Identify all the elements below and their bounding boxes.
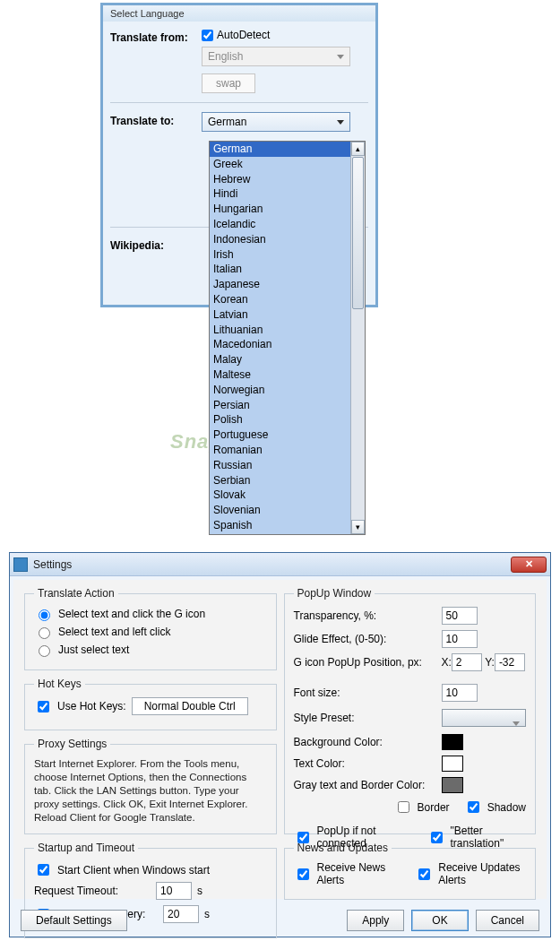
- language-option[interactable]: Hebrew: [210, 172, 350, 187]
- style-preset-select[interactable]: [442, 709, 527, 727]
- close-icon: ✕: [525, 558, 533, 570]
- apply-button[interactable]: Apply: [347, 910, 404, 931]
- scroll-thumb[interactable]: [352, 157, 364, 309]
- font-size-label: Font size:: [294, 687, 442, 699]
- language-option[interactable]: German: [210, 142, 350, 157]
- translate-from-label: Translate from:: [110, 29, 202, 44]
- ok-button[interactable]: OK: [411, 910, 468, 931]
- chevron-down-icon: [337, 120, 344, 125]
- news-updates-legend: News and Updates: [294, 842, 392, 854]
- language-option[interactable]: Irish: [210, 247, 350, 263]
- receive-news-alerts[interactable]: Receive News Alerts: [294, 861, 394, 886]
- language-option[interactable]: Russian: [210, 458, 350, 473]
- bg-color-label: Background Color:: [294, 736, 442, 748]
- language-option[interactable]: Japanese: [210, 277, 350, 292]
- proxy-text: Start Internet Explorer. From the Tools …: [34, 757, 267, 825]
- style-preset-label: Style Preset:: [294, 712, 442, 724]
- language-option[interactable]: Icelandic: [210, 217, 350, 232]
- border-checkbox[interactable]: Border: [394, 799, 450, 816]
- language-option[interactable]: Romanian: [210, 443, 350, 458]
- language-option[interactable]: Korean: [210, 292, 350, 307]
- transparency-label: Transparency, %:: [294, 609, 442, 622]
- use-hotkeys-label: Use Hot Keys:: [57, 700, 126, 712]
- language-option[interactable]: Polish: [210, 412, 350, 428]
- default-settings-button[interactable]: Default Settings: [21, 910, 127, 931]
- language-option[interactable]: Slovak: [210, 488, 350, 503]
- language-option[interactable]: Norwegian: [210, 383, 350, 398]
- scrollbar[interactable]: ▴ ▾: [350, 142, 365, 534]
- swap-button[interactable]: swap: [202, 73, 255, 93]
- translate-action-opt1[interactable]: Select text and click the G icon: [34, 607, 267, 621]
- proxy-group: Proxy Settings Start Internet Explorer. …: [24, 738, 277, 834]
- autodetect-input[interactable]: [202, 30, 213, 41]
- settings-window: Settings ✕ Translate Action Select text …: [9, 552, 551, 937]
- glide-input[interactable]: [442, 630, 478, 648]
- language-option[interactable]: Hindi: [210, 186, 350, 202]
- language-option[interactable]: Greek: [210, 157, 350, 172]
- language-option[interactable]: Maltese: [210, 367, 350, 383]
- scroll-down-icon[interactable]: ▾: [351, 520, 365, 534]
- start-with-windows[interactable]: Start Client when Windows start: [34, 861, 267, 878]
- pos-y-input[interactable]: [495, 653, 525, 671]
- language-option[interactable]: Swahili: [210, 533, 350, 534]
- position-label: G icon PopUp Position, px:: [294, 656, 442, 669]
- glide-label: Glide Effect, (0-50):: [294, 633, 442, 645]
- language-option[interactable]: Portuguese: [210, 428, 350, 443]
- translate-to-value: German: [208, 116, 246, 128]
- hotkeys-input[interactable]: [132, 697, 248, 715]
- language-option[interactable]: Spanish: [210, 518, 350, 533]
- text-color-swatch[interactable]: [442, 756, 463, 772]
- translate-to-select[interactable]: German: [202, 112, 350, 132]
- translate-action-group: Translate Action Select text and click t…: [24, 587, 277, 670]
- chevron-down-icon: [513, 721, 520, 726]
- language-option[interactable]: Slovenian: [210, 503, 350, 518]
- language-option[interactable]: Persian: [210, 398, 350, 413]
- language-option[interactable]: Italian: [210, 262, 350, 277]
- wikipedia-label: Wikipedia:: [110, 237, 202, 252]
- startup-legend: Startup and Timeout: [34, 842, 138, 854]
- shadow-checkbox[interactable]: Shadow: [464, 799, 526, 816]
- bg-color-swatch[interactable]: [442, 734, 463, 750]
- language-option[interactable]: Serbian: [210, 473, 350, 488]
- settings-title: Settings: [33, 558, 511, 571]
- gray-color-swatch[interactable]: [442, 777, 463, 793]
- language-option[interactable]: Indonesian: [210, 232, 350, 247]
- better-translation[interactable]: "Better translation": [427, 825, 526, 850]
- request-timeout-input[interactable]: [156, 882, 192, 900]
- translate-action-opt3[interactable]: Just select text: [34, 643, 267, 657]
- language-option[interactable]: Macedonian: [210, 337, 350, 352]
- translate-action-legend: Translate Action: [34, 587, 118, 600]
- news-updates-group: News and Updates Receive News Alerts Rec…: [284, 842, 537, 900]
- language-option[interactable]: Hungarian: [210, 202, 350, 217]
- close-button[interactable]: ✕: [511, 557, 547, 573]
- translate-action-opt2[interactable]: Select text and left click: [34, 625, 267, 639]
- scroll-up-icon[interactable]: ▴: [351, 142, 365, 156]
- language-option[interactable]: Latvian: [210, 307, 350, 323]
- language-option[interactable]: Lithuanian: [210, 323, 350, 338]
- window-title: Select Language: [103, 5, 375, 22]
- use-hotkeys-checkbox[interactable]: [38, 701, 49, 712]
- font-size-input[interactable]: [442, 684, 478, 702]
- receive-updates-alerts[interactable]: Receive Updates Alerts: [415, 861, 526, 886]
- popup-legend: PopUp Window: [294, 587, 375, 600]
- text-color-label: Text Color:: [294, 757, 442, 770]
- autodetect-checkbox[interactable]: AutoDetect: [202, 29, 350, 41]
- language-option[interactable]: Malay: [210, 352, 350, 367]
- proxy-legend: Proxy Settings: [34, 738, 110, 750]
- hotkeys-legend: Hot Keys: [34, 678, 85, 690]
- app-icon: [13, 557, 28, 572]
- translate-to-label: Translate to:: [110, 112, 202, 127]
- gray-color-label: Gray text and Border Color:: [294, 779, 442, 791]
- autodetect-label-text: AutoDetect: [217, 29, 270, 41]
- popup-group: PopUp Window Transparency, %: Glide Effe…: [284, 587, 537, 834]
- translate-from-value: English: [208, 50, 243, 63]
- request-timeout-label: Request Timeout:: [34, 885, 151, 897]
- hotkeys-group: Hot Keys Use Hot Keys:: [24, 678, 277, 730]
- language-dropdown[interactable]: GermanGreekHebrewHindiHungarianIcelandic…: [209, 141, 366, 535]
- titlebar[interactable]: Settings ✕: [10, 553, 550, 576]
- translate-from-select: English: [202, 47, 350, 66]
- cancel-button[interactable]: Cancel: [476, 910, 539, 931]
- chevron-down-icon: [337, 55, 344, 59]
- transparency-input[interactable]: [442, 607, 478, 625]
- pos-x-input[interactable]: [452, 653, 482, 671]
